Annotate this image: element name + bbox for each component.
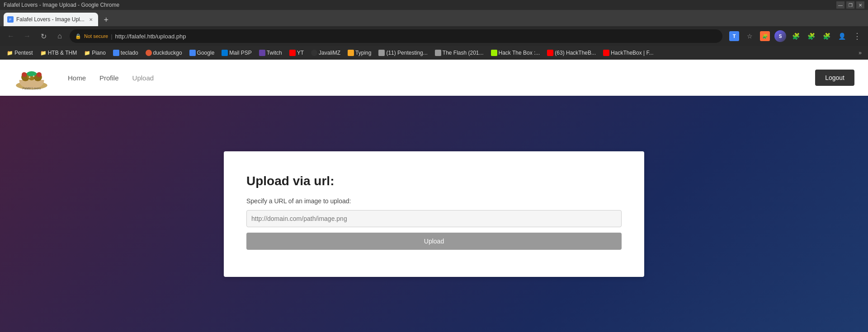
bookmark-label: YT <box>297 50 304 56</box>
ext1-icon: 🧩 <box>760 31 770 41</box>
translate-icon: T <box>729 31 739 41</box>
bookmark-favicon <box>146 50 152 56</box>
translate-extension-button[interactable]: T <box>728 30 741 42</box>
bookmark-label: Hack The Box :... <box>499 50 540 56</box>
bookmark-label: HTB & THM <box>48 50 77 56</box>
page-background: Falafel Lovers Home Profile Upload Logou… <box>0 60 868 332</box>
svg-point-5 <box>37 72 42 77</box>
bookmark-label: Pentest <box>14 50 33 56</box>
bookmark-label: (63) HackTheB... <box>555 50 596 56</box>
bookmark-label: Piano <box>92 50 106 56</box>
bookmark-typing[interactable]: Typing <box>344 48 374 57</box>
profile-avatar: S <box>774 30 786 42</box>
address-text: http://falafel.htb/upload.php <box>115 33 717 40</box>
title-bar-title: Falafel Lovers - Image Upload - Google C… <box>4 2 119 8</box>
ext4-icon: 🧩 <box>823 33 830 40</box>
user-icon-button[interactable]: 👤 <box>835 30 848 42</box>
maximize-button[interactable]: ❐ <box>846 1 854 9</box>
bookmark-hackthebox-f[interactable]: HackTheBox | F... <box>600 48 656 57</box>
tab-title: Falafel Lovers - Image Upl... <box>16 16 85 23</box>
bookmarks-more-button[interactable]: » <box>856 48 864 57</box>
new-tab-button[interactable]: + <box>100 14 113 26</box>
logout-button[interactable]: Logout <box>815 70 854 86</box>
bookmark-pentesting[interactable]: (11) Pentesting... <box>375 48 430 57</box>
folder-icon: 📁 <box>40 50 47 56</box>
bookmark-label: Typing <box>355 50 371 56</box>
bookmark-favicon <box>311 50 317 56</box>
upload-card: Upload via url: Specify a URL of an imag… <box>224 151 644 277</box>
extension1-button[interactable]: 🧩 <box>759 30 771 42</box>
bookmark-yt[interactable]: YT <box>286 48 307 57</box>
title-bar: Falafel Lovers - Image Upload - Google C… <box>0 0 868 10</box>
folder-icon: 📁 <box>7 50 13 56</box>
bookmark-piano[interactable]: 📁 Piano <box>81 48 109 57</box>
tab-favicon: F <box>7 16 14 23</box>
bookmark-mail-psp[interactable]: Mail PSP <box>218 48 255 57</box>
bookmark-label: The Flash (201... <box>443 50 484 56</box>
chrome-menu-button[interactable]: ⋮ <box>851 30 863 42</box>
bookmark-favicon <box>289 50 296 56</box>
bookmark-hacktheb[interactable]: (63) HackTheB... <box>544 48 599 57</box>
active-tab[interactable]: F Falafel Lovers - Image Upl... ✕ <box>4 13 98 26</box>
extension4-button[interactable]: 🧩 <box>820 30 833 42</box>
bookmark-label: (11) Pentesting... <box>386 50 427 56</box>
bookmark-favicon <box>378 50 385 56</box>
svg-point-7 <box>29 76 31 78</box>
svg-point-6 <box>27 71 37 76</box>
svg-point-4 <box>22 72 27 77</box>
url-input[interactable] <box>246 210 622 227</box>
reload-button[interactable]: ↻ <box>37 30 50 42</box>
bookmark-google[interactable]: Google <box>186 48 218 57</box>
bookmark-teclado[interactable]: teclado <box>110 48 142 57</box>
site-nav-links: Home Profile Upload <box>68 74 815 82</box>
upload-button[interactable]: Upload <box>246 233 622 250</box>
svg-text:Falafel Lovers: Falafel Lovers <box>23 87 41 90</box>
bookmark-label: duckduckgo <box>153 50 182 56</box>
title-bar-left: Falafel Lovers - Image Upload - Google C… <box>4 2 119 8</box>
bookmark-favicon <box>547 50 553 56</box>
bookmark-label: Google <box>197 50 215 56</box>
folder-icon: 📁 <box>84 50 90 56</box>
bookmark-label: HackTheBox | F... <box>611 50 653 56</box>
tab-close-button[interactable]: ✕ <box>87 16 94 23</box>
bookmark-javalimz[interactable]: JavaliMZ <box>308 48 344 57</box>
star-button[interactable]: ☆ <box>743 30 756 42</box>
bookmark-favicon <box>603 50 609 56</box>
bookmark-pentest[interactable]: 📁 Pentest <box>4 48 36 57</box>
extension3-button[interactable]: 🧩 <box>805 30 817 42</box>
svg-point-8 <box>33 75 35 77</box>
bookmark-favicon <box>113 50 119 56</box>
title-bar-controls: — ❐ ✕ <box>836 1 864 9</box>
bookmark-label: Mail PSP <box>229 50 251 56</box>
extension2-button[interactable]: 🧩 <box>789 30 802 42</box>
logo-image: Falafel Lovers <box>14 65 50 90</box>
nav-upload-link[interactable]: Upload <box>132 74 154 82</box>
nav-profile-link[interactable]: Profile <box>99 74 119 82</box>
bookmark-label: teclado <box>121 50 138 56</box>
minimize-button[interactable]: — <box>836 1 844 9</box>
bookmark-htb-thm[interactable]: 📁 HTB & THM <box>37 48 80 57</box>
toolbar-icons: T ☆ 🧩 S 🧩 🧩 🧩 👤 ⋮ <box>728 30 863 42</box>
bookmark-favicon <box>189 50 196 56</box>
home-button[interactable]: ⌂ <box>53 30 66 42</box>
bookmark-favicon <box>222 50 228 56</box>
close-button[interactable]: ✕ <box>856 1 864 9</box>
page-content: Upload via url: Specify a URL of an imag… <box>0 96 868 332</box>
back-button[interactable]: ← <box>5 30 17 42</box>
bookmark-hackthebox[interactable]: Hack The Box :... <box>488 48 543 57</box>
nav-home-link[interactable]: Home <box>68 74 86 82</box>
bookmark-flash[interactable]: The Flash (201... <box>432 48 487 57</box>
bookmark-twitch[interactable]: Twitch <box>256 48 285 57</box>
bookmark-duckduckgo[interactable]: duckduckgo <box>142 48 185 57</box>
address-input-wrap[interactable]: 🔒 Not secure | http://falafel.htb/upload… <box>70 29 722 43</box>
forward-button[interactable]: → <box>21 30 33 42</box>
ext2-icon: 🧩 <box>792 33 800 40</box>
logo-svg: Falafel Lovers <box>14 65 50 90</box>
bookmark-label: JavaliMZ <box>319 50 340 56</box>
profile-button[interactable]: S <box>774 30 787 42</box>
site-nav: Falafel Lovers Home Profile Upload Logou… <box>0 60 868 96</box>
bookmark-favicon <box>259 50 265 56</box>
not-secure-label: Not secure <box>84 33 108 39</box>
url-separator: | <box>111 33 112 40</box>
bookmark-favicon <box>348 50 354 56</box>
